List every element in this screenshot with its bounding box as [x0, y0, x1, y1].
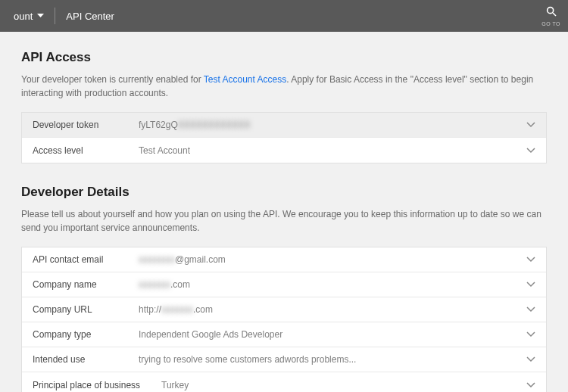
row-label: API contact email — [33, 254, 139, 265]
token-visible: fyLT62gQ — [139, 120, 178, 130]
api-access-desc-prefix: Your developer token is currently enable… — [21, 74, 204, 85]
url-suffix: .com — [193, 304, 213, 315]
chevron-down-icon — [526, 306, 535, 313]
chevron-down-icon — [526, 282, 535, 288]
chevron-down-icon — [526, 356, 535, 362]
company-blurred: xxxxxxx — [139, 279, 170, 290]
topbar-divider — [55, 8, 55, 24]
topbar-right: GO TO — [541, 5, 560, 26]
api-access-title: API Access — [21, 50, 547, 65]
search-label: GO TO — [541, 21, 560, 26]
row-label: Principal place of business — [33, 380, 161, 390]
account-label: ount — [14, 11, 33, 22]
chevron-down-icon — [526, 257, 535, 263]
account-menu[interactable]: ount — [6, 0, 51, 32]
access-level-row[interactable]: Access level Test Account — [22, 138, 546, 163]
row-label: Company name — [33, 279, 139, 290]
search-icon — [545, 5, 557, 20]
row-label: Company type — [33, 329, 139, 340]
principal-place-row[interactable]: Principal place of business Turkey — [22, 372, 546, 392]
row-label: Intended use — [33, 354, 139, 365]
page-title-text: API Center — [66, 11, 114, 22]
row-label: Company URL — [33, 304, 139, 315]
developer-details-panel: API contact email xxxxxxxx@gmail.com Com… — [21, 247, 547, 392]
row-value: xxxxxxx.com — [139, 279, 526, 290]
email-blurred: xxxxxxxx — [139, 254, 175, 265]
chevron-down-icon — [526, 122, 535, 128]
email-suffix: @gmail.com — [175, 254, 226, 265]
row-label: Access level — [33, 145, 139, 156]
url-blurred: xxxxxxx — [161, 304, 193, 315]
row-value: Turkey — [161, 380, 526, 390]
row-value: http://xxxxxxx.com — [139, 304, 526, 315]
url-prefix: http:// — [139, 304, 161, 315]
intended-use-row[interactable]: Intended use trying to resolve some cust… — [22, 347, 546, 372]
company-url-row[interactable]: Company URL http://xxxxxxx.com — [22, 297, 546, 322]
developer-details-title: Developer Details — [21, 185, 547, 200]
row-label: Developer token — [33, 120, 139, 130]
developer-token-row[interactable]: Developer token fyLT62gQXXXXXXXXXXXX — [22, 113, 546, 138]
company-name-row[interactable]: Company name xxxxxxx.com — [22, 272, 546, 297]
test-account-access-link[interactable]: Test Account Access — [204, 74, 286, 85]
row-value: trying to resolve some customers adwords… — [139, 354, 526, 365]
token-blurred: XXXXXXXXXXXX — [178, 120, 251, 130]
row-value: fyLT62gQXXXXXXXXXXXX — [139, 120, 526, 130]
chevron-down-icon — [526, 331, 535, 338]
svg-line-1 — [553, 13, 556, 16]
search-button[interactable]: GO TO — [541, 5, 560, 26]
page-title: API Center — [58, 0, 122, 32]
row-value: Independent Google Ads Developer — [139, 329, 526, 340]
topbar: ount API Center GO TO — [0, 0, 568, 32]
chevron-down-icon — [526, 148, 535, 154]
api-access-panel: Developer token fyLT62gQXXXXXXXXXXXX Acc… — [21, 112, 547, 163]
row-value: xxxxxxxx@gmail.com — [139, 254, 526, 265]
caret-down-icon — [37, 14, 44, 18]
developer-details-desc: Please tell us about yourself and how yo… — [21, 207, 547, 235]
api-contact-email-row[interactable]: API contact email xxxxxxxx@gmail.com — [22, 247, 546, 272]
chevron-down-icon — [526, 382, 535, 388]
row-value: Test Account — [139, 145, 526, 156]
company-suffix: .com — [170, 279, 190, 290]
svg-point-0 — [547, 8, 553, 14]
content: API Access Your developer token is curre… — [0, 32, 568, 392]
api-access-desc: Your developer token is currently enable… — [21, 73, 547, 100]
company-type-row[interactable]: Company type Independent Google Ads Deve… — [22, 322, 546, 347]
